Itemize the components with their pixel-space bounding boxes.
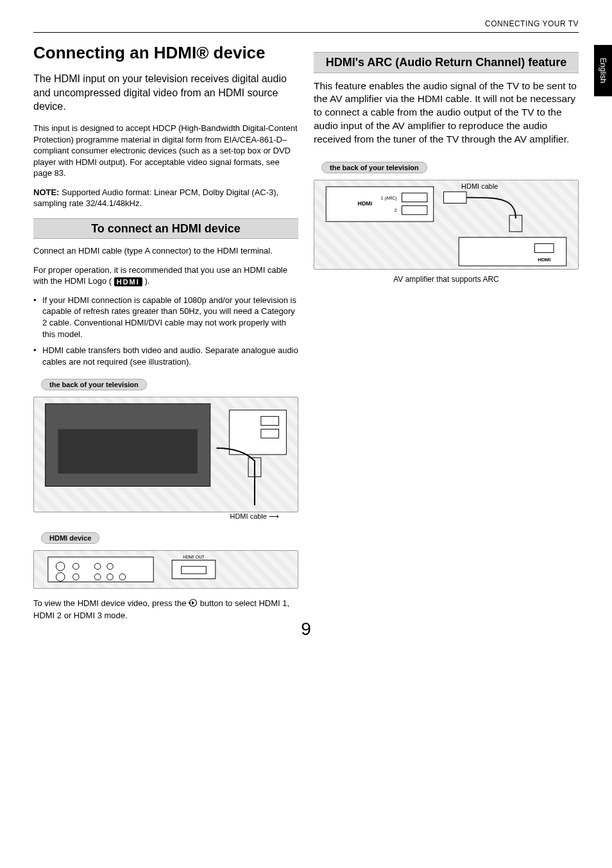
list-item: HDMI cable transfers both video and audi…: [33, 345, 298, 367]
body-paragraph-view: To view the HDMI device video, press the…: [33, 598, 298, 621]
arc-intro-paragraph: This feature enables the audio signal of…: [314, 80, 579, 147]
hdmi-device-illustration: HDMI OUT: [33, 550, 298, 589]
right-column: HDMI's ARC (Audio Return Channel) featur…: [314, 43, 579, 629]
page-number: 9: [0, 619, 612, 639]
body-paragraph-connect: Connect an HDMI cable (type A connector)…: [33, 245, 298, 257]
body-paragraph-logo: For proper operation, it is recommended …: [33, 265, 298, 287]
bullet-list: If your HDMI connection is capable of 10…: [33, 295, 298, 367]
svg-rect-20: [189, 602, 191, 603]
hdmi-device-svg: HDMI OUT: [34, 551, 298, 588]
header-rule: [33, 32, 579, 33]
svg-text:HDMI: HDMI: [358, 201, 373, 207]
input-select-icon: [189, 598, 198, 611]
body-logo-prefix: For proper operation, it is recommended …: [33, 265, 287, 286]
tv-back-svg: [34, 397, 298, 512]
view-prefix: To view the HDMI device video, press the: [33, 598, 189, 608]
hdmi-cable-label: HDMI cable ⟶: [33, 512, 298, 521]
diagram-label-tv-arc: the back of your television: [321, 162, 427, 173]
diagram-hdmi-device: HDMI device: [33, 526, 298, 589]
note-label: NOTE:: [33, 187, 59, 197]
arc-illustration: 1 (ARC) 2 HDMI HDMI: [314, 180, 579, 270]
svg-rect-16: [172, 560, 216, 579]
svg-rect-2: [229, 410, 286, 455]
diagram-label-tv: the back of your television: [41, 379, 147, 390]
language-tab: English: [594, 45, 612, 96]
diagram-label-device: HDMI device: [41, 532, 99, 544]
diagram-tv-back: the back of your television HDMI cable ⟶: [33, 372, 298, 521]
arc-caption: AV amplifier that supports ARC: [314, 275, 579, 284]
hdmi-cable-label-arc: HDMI cable: [461, 182, 498, 190]
arc-svg: 1 (ARC) 2 HDMI HDMI: [314, 180, 578, 269]
svg-text:HDMI: HDMI: [538, 257, 550, 263]
subheading-connect: To connect an HDMI device: [33, 218, 298, 239]
svg-text:HDMI OUT: HDMI OUT: [183, 555, 204, 559]
section-heading: Connecting an HDMI® device: [33, 43, 298, 63]
svg-rect-1: [58, 430, 198, 474]
hdmi-logo-icon: HDMI: [114, 277, 142, 287]
note-body: Supported Audio format: Linear PCM, Dolb…: [33, 187, 278, 209]
body-paragraph-hdcp: This input is designed to accept HDCP (H…: [33, 123, 298, 179]
tv-back-illustration: [33, 397, 298, 512]
left-column: Connecting an HDMI® device The HDMI inpu…: [33, 43, 298, 629]
note-paragraph: NOTE: Supported Audio format: Linear PCM…: [33, 187, 298, 209]
body-logo-suffix: ).: [142, 276, 150, 286]
diagram-arc: the back of your television HDMI cable 1…: [314, 155, 579, 284]
intro-paragraph: The HDMI input on your television receiv…: [33, 72, 298, 114]
subheading-arc: HDMI's ARC (Audio Return Channel) featur…: [314, 52, 579, 73]
svg-text:1 (ARC): 1 (ARC): [381, 196, 397, 201]
svg-rect-27: [444, 192, 466, 204]
header-category: CONNECTING YOUR TV: [33, 19, 579, 28]
svg-text:2: 2: [395, 208, 397, 213]
svg-rect-21: [326, 187, 434, 221]
list-item: If your HDMI connection is capable of 10…: [33, 295, 298, 340]
